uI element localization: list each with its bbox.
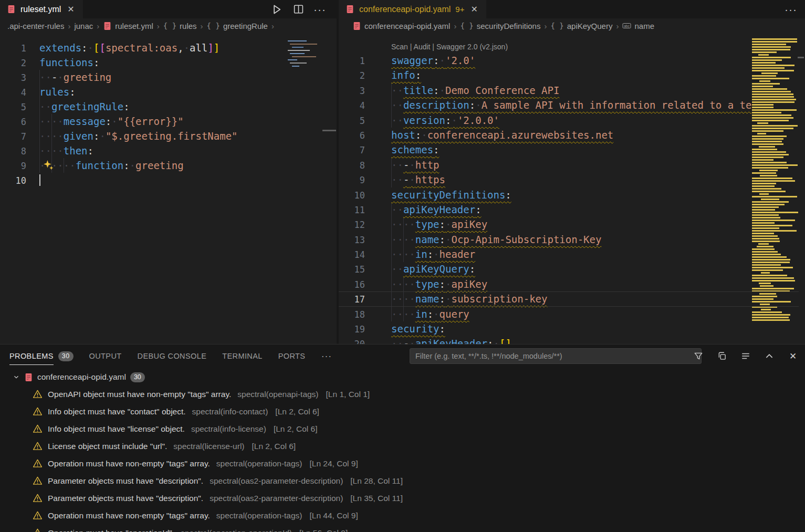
problem-row[interactable]: Info object must have "contact" object.s… (0, 403, 805, 420)
code-line-6[interactable]: 6host:·conferenceapi.azurewebsites.net (339, 128, 805, 142)
line-number: 7 (0, 129, 26, 144)
code-line-4[interactable]: 4rules: (0, 85, 337, 99)
problem-message: License object must include "url". (48, 442, 167, 451)
code-line-2[interactable]: 2info: (339, 68, 805, 82)
copilot-sparkle-icon[interactable] (43, 160, 54, 171)
code-line-17[interactable]: 17····name:·subscription-key (339, 291, 805, 306)
problem-row[interactable]: License object must include "url".spectr… (0, 437, 805, 455)
problem-row[interactable]: Operation must have non-empty "tags" arr… (0, 455, 805, 472)
code-line-15[interactable]: 15··apiKeyQuery: (339, 262, 805, 276)
panel-tab-debug-console[interactable]: DEBUG CONSOLE (138, 345, 207, 368)
breadcrumb-item-greetingRule[interactable]: { }greetingRule (207, 22, 268, 30)
editor-left[interactable]: 1extends:·[[spectral:oas,·all]]2function… (0, 33, 337, 344)
breadcrumb-item-securityDefinitions[interactable]: { }securityDefinitions (460, 22, 540, 30)
code-line-9[interactable]: 9······function:·greeting (0, 158, 337, 173)
panel-tab-label: TERMINAL (222, 352, 263, 360)
symbol-object-icon: { } (460, 22, 473, 30)
tab-ruleset-yml[interactable]: ruleset.yml ✕ (0, 0, 83, 18)
code-line-8[interactable]: 8··-·http (339, 158, 805, 172)
code-line-19[interactable]: 19security: (339, 321, 805, 336)
editor-actions-right: ··· (785, 0, 797, 18)
code-line-6[interactable]: 6····message:·"{{error}}" (0, 114, 337, 129)
codelens[interactable]: Scan | Audit | Swagger 2.0 (v2.json) (339, 40, 805, 53)
code-line-14[interactable]: 14····in:·header (339, 247, 805, 262)
panel-tab-output[interactable]: OUTPUT (89, 345, 122, 368)
line-number: 18 (339, 307, 365, 322)
line-number: 2 (339, 68, 365, 83)
problem-row[interactable]: Parameter objects must have "description… (0, 472, 805, 489)
code-line-18[interactable]: 18····in:·query (339, 307, 805, 321)
code-line-4[interactable]: 4··description:·A sample API with inform… (339, 98, 805, 112)
code-line-5[interactable]: 5··version:·'2.0.0' (339, 113, 805, 128)
problem-row[interactable]: OpenAPI object must have non-empty "tags… (0, 385, 805, 403)
panel-tab-ports[interactable]: PORTS (278, 345, 306, 368)
problem-row[interactable]: Operation must have "operationId".spectr… (0, 524, 805, 532)
panel-tab-problems[interactable]: PROBLEMS30 (9, 345, 74, 368)
run-icon[interactable] (271, 4, 283, 15)
problems-file-group[interactable]: conferenceapi-opid.yaml 30 (0, 369, 805, 385)
problem-row[interactable]: Info object must have "license" object.s… (0, 420, 805, 437)
code-line-10[interactable]: 10 (0, 173, 337, 187)
code-text: rules: (39, 86, 76, 98)
line-number: 3 (0, 70, 26, 85)
breadcrumb-item-.api-center-rules[interactable]: .api-center-rules (7, 22, 64, 30)
panel-more-tabs-icon[interactable]: ··· (321, 345, 331, 368)
line-number: 17 (339, 292, 365, 307)
minimap-line (752, 49, 790, 50)
problem-row[interactable]: Parameter objects must have "description… (0, 489, 805, 507)
copy-icon[interactable] (716, 350, 728, 362)
problems-list: conferenceapi-opid.yaml 30 OpenAPI objec… (0, 369, 805, 532)
problem-row[interactable]: Operation must have non-empty "tags" arr… (0, 507, 805, 524)
tab-conferenceapi-opid-yaml[interactable]: conferenceapi-opid.yaml 9+ ✕ (339, 0, 486, 18)
view-as-list-icon[interactable] (740, 350, 751, 362)
panel-tab-label: PROBLEMS (9, 352, 54, 360)
breadcrumb-item-conferenceapi-opid.yaml[interactable]: conferenceapi-opid.yaml (352, 22, 450, 30)
close-tab-icon[interactable]: ✕ (469, 4, 479, 15)
code-line-1[interactable]: 1extends:·[[spectral:oas,·all]] (0, 40, 337, 55)
more-actions-icon[interactable]: ··· (314, 4, 326, 15)
code-line-20[interactable]: 20··-·apiKeyHeader:·[] (339, 336, 805, 344)
close-tab-icon[interactable]: ✕ (66, 4, 76, 15)
code-line-13[interactable]: 13····name:·Ocp-Apim-Subscription-Key (339, 232, 805, 247)
line-number: 1 (0, 41, 26, 56)
code-line-7[interactable]: 7schemes: (339, 142, 805, 157)
chevron-down-icon[interactable] (13, 373, 20, 381)
problems-filter-input[interactable] (410, 348, 702, 364)
more-actions-icon[interactable]: ··· (785, 4, 797, 15)
code-line-7[interactable]: 7····given:·"$.greeting.firstName" (0, 129, 337, 143)
line-number: 10 (339, 188, 365, 203)
breadcrumb-label: conferenceapi-opid.yaml (364, 22, 450, 30)
editor-right[interactable]: Scan | Audit | Swagger 2.0 (v2.json) 1sw… (339, 33, 805, 344)
code-text: ····type:·apiKey (391, 278, 487, 290)
code-line-16[interactable]: 16····type:·apiKey (339, 277, 805, 291)
code-line-5[interactable]: 5··greetingRule: (0, 99, 337, 114)
breadcrumb-item-junac[interactable]: junac (74, 22, 93, 30)
problem-location: [Ln 28, Col 11] (350, 476, 403, 486)
close-panel-icon[interactable]: ✕ (787, 350, 799, 362)
breadcrumb-item-apiKeyQuery[interactable]: { }apiKeyQuery (550, 22, 612, 30)
code-line-9[interactable]: 9··-·https (339, 172, 805, 187)
code-text: ··apiKeyHeader: (391, 204, 482, 215)
symbol-object-icon: { } (163, 22, 176, 30)
breadcrumb-separator-icon: › (544, 22, 547, 30)
code-line-8[interactable]: 8····then: (0, 143, 337, 158)
code-line-1[interactable]: 1swagger:·'2.0' (339, 53, 805, 68)
panel-tab-terminal[interactable]: TERMINAL (222, 345, 263, 368)
code-line-2[interactable]: 2functions: (0, 55, 337, 70)
code-text: functions: (39, 57, 99, 68)
line-number: 4 (339, 98, 365, 113)
panel-tabs: PROBLEMS30OUTPUTDEBUG CONSOLETERMINALPOR… (9, 345, 332, 368)
maximize-panel-icon[interactable] (764, 350, 775, 362)
split-editor-icon[interactable] (292, 4, 304, 15)
breadcrumb-item-ruleset.yml[interactable]: ruleset.yml (103, 22, 153, 30)
code-line-3[interactable]: 3··-·greeting (0, 70, 337, 85)
breadcrumb-item-rules[interactable]: { }rules (163, 22, 197, 30)
code-line-11[interactable]: 11··apiKeyHeader: (339, 202, 805, 217)
filter-icon[interactable] (693, 350, 704, 362)
svg-text:abc: abc (624, 24, 630, 28)
code-line-12[interactable]: 12····type:·apiKey (339, 217, 805, 232)
breadcrumb-item-name[interactable]: abcname (622, 22, 654, 30)
code-text: ····then: (39, 145, 93, 157)
code-line-10[interactable]: 10securityDefinitions: (339, 187, 805, 202)
code-line-3[interactable]: 3··title:·Demo Conference API (339, 83, 805, 98)
